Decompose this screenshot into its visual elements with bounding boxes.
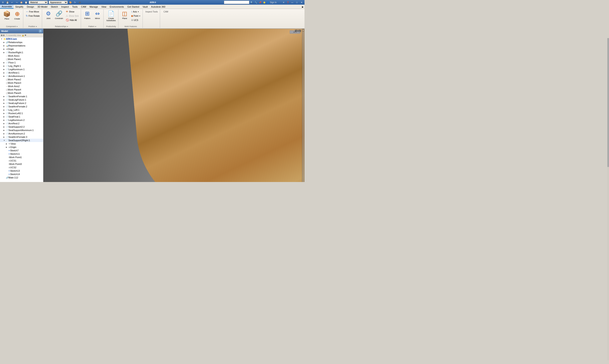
tree-item-rockerright[interactable]: ▶ 📄 RockerRight:1 xyxy=(0,51,43,54)
help-icon[interactable]: ❓ xyxy=(286,0,290,4)
menu-sketch[interactable]: Sketch xyxy=(49,5,60,9)
tree-item-seatsupport2[interactable]: ▶ 📄 SeatSupport2:2 xyxy=(0,125,43,129)
material-dropdown[interactable]: Material xyxy=(29,1,48,4)
quick-access-save[interactable]: 💾 xyxy=(5,0,9,4)
tree-item-workplane1[interactable]: ◫ Work Plane1 xyxy=(0,57,43,61)
menu-simplify[interactable]: Simplify xyxy=(13,5,25,9)
representations-expander[interactable]: ▶ xyxy=(3,45,6,47)
show-sick-button[interactable]: ⚠ Show Sick xyxy=(65,14,79,18)
filter-icon[interactable]: ⊟ xyxy=(3,34,5,36)
root-expander[interactable]: ▼ xyxy=(1,38,3,40)
fx-icon[interactable]: f× xyxy=(73,0,77,4)
tree-item-workplane4[interactable]: ◫ Work Plane4 xyxy=(0,88,43,91)
create-button[interactable]: ⊕ Create xyxy=(13,10,22,21)
eye-icon[interactable]: 👁 xyxy=(25,34,26,36)
menu-assemble[interactable]: Assemble xyxy=(0,5,13,9)
tree-item-workpoint3[interactable]: • Work Point3 xyxy=(0,162,43,166)
menu-autodesk360[interactable]: Autodesk 360 xyxy=(149,5,167,9)
tree-item-legaluminum2[interactable]: ▶ 📄 LegAluminum:2 xyxy=(0,118,43,122)
tree-item-sketch13[interactable]: ✏ Sketch13 xyxy=(0,169,43,172)
tree-item-legaluminum1[interactable]: ▶ 📄 LegAluminum:1 xyxy=(0,68,43,71)
viewport-expand-btn[interactable]: ▸ xyxy=(298,30,301,32)
point-button[interactable]: ◆ Point ▼ xyxy=(130,14,142,18)
tree-item-legright[interactable]: ▶ 📄 Leg_Right:1 xyxy=(0,64,43,68)
appearance-dropdown[interactable]: Appearance xyxy=(49,1,68,4)
menu-3dmodel[interactable]: 3D Model xyxy=(36,5,49,9)
component-group-label[interactable]: Component ▼ xyxy=(6,25,18,27)
tree-expand-icon[interactable]: ⊞ xyxy=(1,34,2,36)
place-button[interactable]: 📦 Place xyxy=(2,10,12,21)
tree-item-origin-child[interactable]: ▶ ⊕ Origin xyxy=(0,145,43,149)
menu-view[interactable]: View xyxy=(100,5,108,9)
expander[interactable]: ▶ xyxy=(3,52,6,53)
create-substitutes-button[interactable]: 📄 Create Substitutes xyxy=(105,10,117,22)
origin-expander[interactable]: ▶ xyxy=(3,48,6,50)
show-button[interactable]: 👁 Show xyxy=(65,10,79,13)
quick-access-undo[interactable]: ↩ xyxy=(10,0,14,4)
scroll-up-icon[interactable]: ▲ xyxy=(302,29,304,31)
joint-button[interactable]: ⚙ Joint xyxy=(44,10,53,20)
tree-item-seatarmfemale1[interactable]: ▶ 📄 SeatArmFemale:1 xyxy=(0,95,43,98)
relationships-group-label[interactable]: Relationships ▼ xyxy=(55,25,68,27)
tree-origin[interactable]: ▶ ⊕ Origin xyxy=(0,47,43,51)
lock-icon[interactable]: 🔒 xyxy=(22,34,24,36)
tree-item-sketch11[interactable]: ✏ Sketch11 xyxy=(0,152,43,156)
free-move-button[interactable]: ↔ Free Move xyxy=(25,10,40,13)
menu-tools[interactable]: Tools xyxy=(70,5,79,9)
pattern-button[interactable]: ⊞ Pattern xyxy=(83,10,92,20)
tree-item-seatarmfemale2[interactable]: ▶ 📄 SeatArmFemale:2 xyxy=(0,105,43,108)
free-rotate-button[interactable]: ↻ Free Rotate xyxy=(25,14,40,18)
constrain-button[interactable]: 🔗 Constrain xyxy=(54,10,64,20)
relationships-expander[interactable]: ▶ xyxy=(3,41,6,43)
close-button[interactable]: ✕ xyxy=(299,1,304,4)
search-input[interactable] xyxy=(224,1,249,4)
tree-item-sketch7[interactable]: ✏ Sketch7 xyxy=(0,149,43,152)
tree-item-seatsupport2right[interactable]: ▼ 📄 SeatSupport2Right:1 xyxy=(0,139,43,142)
quick-access-redo[interactable]: ↪ xyxy=(15,0,19,4)
viewport-scrollbar[interactable]: ▲ ▼ xyxy=(302,29,304,182)
tree-relationships[interactable]: ▶ 🔗 Relationships xyxy=(0,40,43,44)
tree-item-rockerleft2[interactable]: ▶ 📄 RockerLeft2:1 xyxy=(0,112,43,115)
tree-item-seatfinal[interactable]: ▶ 📄 SeatFinal:1 xyxy=(0,115,43,118)
tree-item-seatlegfixture2[interactable]: ▶ 📄 SeatLegFixture:2 xyxy=(0,102,43,105)
tree-item-armaluminum2[interactable]: ▶ 📄 ArmAluminum:2 xyxy=(0,132,43,135)
axis-button[interactable]: ↕ Axis ▼ xyxy=(130,10,142,13)
search-icon[interactable]: 🔍 xyxy=(250,0,253,4)
menu-cam[interactable]: CAM xyxy=(79,5,88,9)
menu-environments[interactable]: Environments xyxy=(108,5,126,9)
tree-item-workaxis2[interactable]: — Work Axis2 xyxy=(0,85,43,88)
tree-item-mate112[interactable]: 🔗 Mate:112 xyxy=(0,176,43,179)
plus-icon[interactable]: ➕ xyxy=(78,0,82,4)
color-icon[interactable]: 🎨 xyxy=(68,0,72,4)
plane-button[interactable]: ◫ Plane xyxy=(120,10,129,20)
tree-item-sketch14[interactable]: ✏ Sketch14 xyxy=(0,172,43,176)
quick-access-more[interactable]: 📋 xyxy=(24,0,28,4)
menu-vault[interactable]: Vault xyxy=(141,5,149,9)
tree-item-armaluminum1[interactable]: ▶ 📄 ArmAluminum:1 xyxy=(0,74,43,78)
tree-item-legleft[interactable]: ▶ 📄 Leg_Left:1 xyxy=(0,108,43,112)
pattern-group-label[interactable]: Pattern ▼ xyxy=(88,25,96,27)
tree-item-ucs2[interactable]: ⊕ UCS2 xyxy=(0,166,43,169)
video-icon[interactable]: ▶ xyxy=(302,6,304,8)
menu-getstarted[interactable]: Get Started xyxy=(126,5,141,9)
tree-item-workplane5[interactable]: ◫ Work Plane5 xyxy=(0,91,43,95)
signin-button[interactable]: 👤 Sign In xyxy=(267,1,277,4)
hide-all-button[interactable]: 🚫 Hide All xyxy=(65,18,79,22)
model-help-button[interactable]: ? xyxy=(39,30,42,33)
tree-item-armrest2[interactable]: ▶ 📄 ArmRest:2 xyxy=(0,122,43,125)
tree-item-armrest1[interactable]: ▶ 📄 ArmRest:1 xyxy=(0,71,43,74)
tree-item-ucs1[interactable]: ⊕ UCS1 xyxy=(0,159,43,162)
tree-item-view[interactable]: ▶ 👁 View: xyxy=(0,142,43,145)
x-icon[interactable]: ✕ xyxy=(282,0,285,4)
tree-root[interactable]: ▼ 📁 ARK4.iam xyxy=(0,37,43,40)
quick-access-home[interactable]: 🏠 xyxy=(19,0,23,4)
tree-view[interactable]: ▼ 📁 ARK4.iam ▶ 🔗 Relationships ▶ 📊 Repre… xyxy=(0,37,43,182)
star-icon[interactable]: ⭐ xyxy=(263,0,266,4)
tree-item-workplane2[interactable]: ◫ Work Plane2 xyxy=(0,78,43,81)
tree-item-floor[interactable]: ▶ 📄 Floor:1 xyxy=(0,61,43,64)
tools-icon[interactable]: 🔧 xyxy=(254,0,258,4)
menu-manage[interactable]: Manage xyxy=(88,5,100,9)
ucs-button[interactable]: ⊕ UCS xyxy=(130,18,142,22)
tree-item-seatsupportaluminum[interactable]: ▶ 📄 SeatSupportAluminum:1 xyxy=(0,129,43,132)
viewport[interactable]: LFT ▲ ▼ ◂ ▸ xyxy=(43,29,304,182)
